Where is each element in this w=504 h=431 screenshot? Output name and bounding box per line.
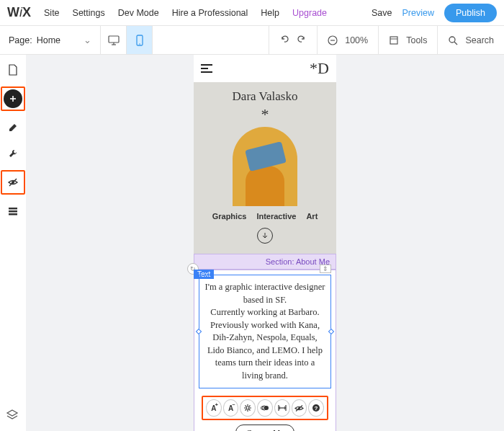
search-label: Search xyxy=(465,35,494,45)
resize-handle-right[interactable] xyxy=(328,329,334,334)
site-logo[interactable]: *D xyxy=(310,59,329,78)
svg-point-19 xyxy=(246,406,249,409)
hide-element-button[interactable] xyxy=(292,399,307,417)
hide-icon xyxy=(7,177,19,187)
page-selector[interactable]: Page: Home ⌄ xyxy=(0,26,101,54)
section-label[interactable]: Section: About Me xyxy=(194,254,336,270)
menu-devmode[interactable]: Dev Mode xyxy=(118,8,159,18)
svg-line-10 xyxy=(454,42,457,45)
tools-label: Tools xyxy=(406,35,427,45)
plus-icon xyxy=(9,94,17,103)
eye-off-icon xyxy=(294,404,304,412)
menu-settings[interactable]: Settings xyxy=(73,8,105,18)
resize-handle-left[interactable] xyxy=(196,329,202,334)
layers-icon xyxy=(6,409,19,422)
hero-star-icon: * xyxy=(198,105,332,124)
animation-button[interactable] xyxy=(257,399,273,417)
undo-icon xyxy=(279,34,289,44)
hero-section[interactable]: Dara Valasko * Graphics Interactive Art xyxy=(194,82,336,254)
mobile-view-button[interactable] xyxy=(127,26,153,54)
hero-nav: Graphics Interactive Art xyxy=(198,212,332,221)
about-section[interactable]: ↻ ⇕ Text I'm a graphic interactive desig… xyxy=(194,270,336,431)
desktop-icon xyxy=(108,35,120,45)
animation-icon xyxy=(261,404,269,412)
preview-button[interactable]: Preview xyxy=(402,8,434,18)
svg-line-14 xyxy=(9,179,17,186)
mobile-preview: *D Dara Valasko * Graphics Interactive A… xyxy=(194,55,336,431)
help-button[interactable]: ? xyxy=(308,399,324,417)
hero-image xyxy=(233,127,297,206)
zoom-group[interactable]: 100% xyxy=(317,26,378,54)
rail-settings-button[interactable] xyxy=(4,144,22,163)
rail-pages-button[interactable] xyxy=(4,61,22,79)
hero-nav-art[interactable]: Art xyxy=(306,212,318,221)
save-button[interactable]: Save xyxy=(372,8,392,18)
stretch-icon xyxy=(278,404,287,412)
undo-redo-group xyxy=(269,26,317,54)
rail-design-button[interactable] xyxy=(4,118,22,137)
page-name: Home xyxy=(37,35,60,45)
menu-upgrade[interactable]: Upgrade xyxy=(292,8,327,18)
hamburger-icon[interactable] xyxy=(201,64,212,73)
rail-add-highlight xyxy=(1,86,25,111)
svg-rect-17 xyxy=(9,213,17,216)
help-icon: ? xyxy=(312,404,320,412)
scroll-down-button[interactable] xyxy=(257,228,273,244)
toolbar-right-group: 100% Tools Search xyxy=(269,26,504,54)
text-floating-toolbar: A+ A− ? xyxy=(202,396,328,420)
hero-name: Dara Valasko xyxy=(198,89,332,104)
svg-point-9 xyxy=(449,37,455,43)
rail-hide-highlight xyxy=(1,170,25,195)
svg-rect-16 xyxy=(9,210,17,213)
font-increase-button[interactable]: A+ xyxy=(206,399,222,417)
search-icon xyxy=(448,35,458,45)
zoom-value: 100% xyxy=(345,35,368,45)
wix-logo: WiX xyxy=(7,5,31,20)
page-icon xyxy=(8,64,18,76)
text-element-selected[interactable]: I'm a graphic interactive designer based… xyxy=(199,275,331,388)
font-decrease-button[interactable]: A− xyxy=(223,399,239,417)
section-icon xyxy=(8,207,18,216)
page-label: Page: xyxy=(9,35,32,45)
rail-hide-button[interactable] xyxy=(4,173,22,192)
desktop-view-button[interactable] xyxy=(101,26,127,54)
wrench-icon xyxy=(8,148,18,159)
redo-button[interactable] xyxy=(297,34,307,46)
main-menu: Site Settings Dev Mode Hire a Profession… xyxy=(44,8,327,18)
toolbar-secondary: Page: Home ⌄ 100% Tools Search xyxy=(0,26,504,55)
canvas[interactable]: *D Dara Valasko * Graphics Interactive A… xyxy=(26,55,504,431)
drag-handle[interactable]: ⇕ xyxy=(320,265,331,273)
menu-site[interactable]: Site xyxy=(44,8,60,18)
chevron-down-icon: ⌄ xyxy=(84,35,91,45)
hero-nav-graphics[interactable]: Graphics xyxy=(212,212,247,221)
tools-group[interactable]: Tools xyxy=(378,26,437,54)
about-text: I'm a graphic interactive designer based… xyxy=(205,282,325,381)
edit-icon xyxy=(8,123,18,133)
publish-button[interactable]: Publish xyxy=(444,4,497,22)
minus-circle-icon xyxy=(328,35,338,45)
site-header: *D xyxy=(194,55,336,82)
settings-button[interactable] xyxy=(240,399,256,417)
topbar-right: Save Preview Publish xyxy=(372,4,497,22)
stretch-button[interactable] xyxy=(274,399,290,417)
menu-hire[interactable]: Hire a Professional xyxy=(172,8,248,18)
search-group[interactable]: Search xyxy=(437,26,504,54)
mobile-icon xyxy=(136,35,143,46)
redo-icon xyxy=(297,34,307,44)
svg-rect-7 xyxy=(390,37,397,44)
rail-sections-button[interactable] xyxy=(4,202,22,221)
left-rail xyxy=(0,55,26,221)
svg-rect-0 xyxy=(109,36,119,43)
menu-help[interactable]: Help xyxy=(261,8,279,18)
layers-button[interactable] xyxy=(6,409,19,424)
tools-icon xyxy=(389,35,399,45)
svg-text:?: ? xyxy=(315,405,318,412)
hero-nav-interactive[interactable]: Interactive xyxy=(256,212,296,221)
undo-button[interactable] xyxy=(279,34,289,46)
rail-add-button[interactable] xyxy=(4,89,22,108)
topbar: WiX Site Settings Dev Mode Hire a Profes… xyxy=(0,0,504,26)
arrow-down-icon xyxy=(261,232,269,239)
contact-button[interactable]: Contact Me xyxy=(235,425,294,431)
svg-rect-15 xyxy=(9,208,17,210)
svg-point-4 xyxy=(139,43,140,45)
